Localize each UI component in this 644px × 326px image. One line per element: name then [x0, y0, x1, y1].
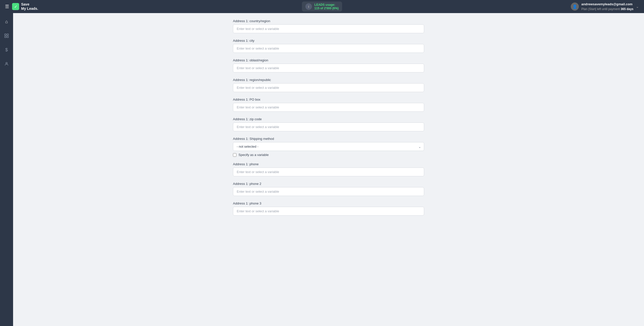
field-group-city: Address 1: city: [233, 39, 424, 53]
field-group-zip: Address 1: zip code: [233, 117, 424, 131]
field-input-region-republic[interactable]: [233, 83, 424, 92]
field-group-phone2: Address 1: phone 2: [233, 182, 424, 196]
sidebar-item-billing[interactable]: $: [2, 45, 11, 54]
field-label-po-box: Address 1: PO box: [233, 98, 424, 101]
specify-variable-checkbox[interactable]: [233, 153, 236, 157]
sidebar-item-integrations[interactable]: [2, 31, 11, 40]
field-group-country: Address 1: country/region: [233, 19, 424, 33]
field-group-po-box: Address 1: PO box: [233, 98, 424, 112]
logo-text: Save My Leads.: [21, 2, 38, 11]
specify-variable-row: Specify as a variable: [233, 153, 424, 157]
field-input-city[interactable]: [233, 44, 424, 53]
form-section: Address 1: country/region Address 1: cit…: [233, 19, 424, 216]
field-input-po-box[interactable]: [233, 103, 424, 112]
field-group-oblast: Address 1: oblast/region: [233, 58, 424, 72]
user-plan: Plan |Start| left until payment 365 days: [581, 7, 633, 11]
field-label-phone2: Address 1: phone 2: [233, 182, 424, 186]
sidebar: ⌂ $: [0, 13, 13, 326]
topnav: ☰ ✓ Save My Leads. i LEADS usage: 115 of…: [0, 0, 644, 13]
leads-usage-text: LEADS usage: 115 of 2'000 (6%): [314, 3, 339, 10]
sidebar-item-home[interactable]: ⌂: [2, 17, 11, 26]
shipping-select[interactable]: - not selected -: [233, 142, 424, 151]
svg-point-4: [6, 62, 7, 64]
field-input-phone3[interactable]: [233, 207, 424, 216]
field-group-phone3: Address 1: phone 3: [233, 201, 424, 216]
main-content: Address 1: country/region Address 1: cit…: [13, 13, 644, 326]
logo-check-icon: ✓: [12, 3, 19, 10]
svg-rect-1: [7, 34, 9, 35]
field-label-country: Address 1: country/region: [233, 19, 424, 23]
chevron-down-icon[interactable]: ⌄: [636, 5, 639, 9]
specify-variable-label: Specify as a variable: [238, 153, 269, 157]
field-group-region-republic: Address 1: region/republic: [233, 78, 424, 92]
user-email: andrewsavemyleads@gmail.com: [581, 2, 633, 7]
field-label-city: Address 1: city: [233, 39, 424, 43]
svg-rect-3: [7, 36, 9, 38]
field-input-oblast[interactable]: [233, 64, 424, 72]
field-label-zip: Address 1: zip code: [233, 117, 424, 121]
field-label-phone3: Address 1: phone 3: [233, 201, 424, 205]
field-group-shipping: Address 1: Shipping method - not selecte…: [233, 137, 424, 157]
field-label-oblast: Address 1: oblast/region: [233, 58, 424, 62]
logo: ✓ Save My Leads.: [12, 2, 38, 11]
field-input-phone[interactable]: [233, 168, 424, 176]
svg-rect-0: [5, 34, 6, 35]
info-icon: i: [305, 3, 312, 10]
svg-rect-2: [5, 36, 6, 38]
field-label-shipping: Address 1: Shipping method: [233, 137, 424, 141]
field-input-country[interactable]: [233, 24, 424, 33]
field-input-zip[interactable]: [233, 123, 424, 131]
leads-usage-box: i LEADS usage: 115 of 2'000 (6%): [302, 2, 342, 12]
field-group-phone: Address 1: phone: [233, 162, 424, 176]
field-label-region-republic: Address 1: region/republic: [233, 78, 424, 82]
field-label-phone: Address 1: phone: [233, 162, 424, 166]
user-info: andrewsavemyleads@gmail.com Plan |Start|…: [581, 2, 633, 11]
hamburger-menu-icon[interactable]: ☰: [5, 4, 9, 9]
shipping-select-wrap: - not selected - ⌄: [233, 142, 424, 151]
field-input-phone2[interactable]: [233, 187, 424, 196]
user-avatar-icon: 👤: [571, 3, 579, 11]
sidebar-item-profile[interactable]: [2, 59, 11, 68]
